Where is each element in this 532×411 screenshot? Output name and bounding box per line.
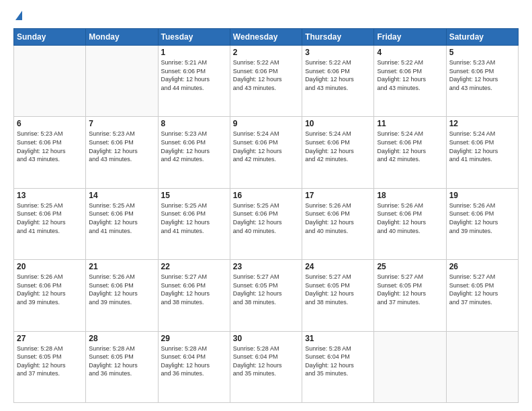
calendar-cell: 18Sunrise: 5:26 AM Sunset: 6:06 PM Dayli… [374,188,446,259]
day-number: 22 [161,262,227,271]
calendar-cell: 16Sunrise: 5:25 AM Sunset: 6:06 PM Dayli… [230,188,302,259]
calendar-cell: 24Sunrise: 5:27 AM Sunset: 6:05 PM Dayli… [302,260,374,331]
day-detail: Sunrise: 5:24 AM Sunset: 6:06 PM Dayligh… [233,130,299,163]
calendar-cell: 28Sunrise: 5:28 AM Sunset: 6:05 PM Dayli… [86,331,158,402]
calendar-cell: 20Sunrise: 5:26 AM Sunset: 6:06 PM Dayli… [14,260,86,331]
day-detail: Sunrise: 5:28 AM Sunset: 6:04 PM Dayligh… [305,345,371,378]
calendar-week-row: 13Sunrise: 5:25 AM Sunset: 6:06 PM Dayli… [14,188,519,259]
day-number: 4 [377,48,443,57]
day-number: 15 [161,191,227,200]
calendar-cell: 13Sunrise: 5:25 AM Sunset: 6:06 PM Dayli… [14,188,86,259]
day-detail: Sunrise: 5:27 AM Sunset: 6:05 PM Dayligh… [449,273,515,306]
calendar-cell: 12Sunrise: 5:24 AM Sunset: 6:06 PM Dayli… [446,117,518,188]
calendar-cell: 9Sunrise: 5:24 AM Sunset: 6:06 PM Daylig… [230,117,302,188]
day-number: 27 [17,334,83,343]
calendar-cell: 25Sunrise: 5:27 AM Sunset: 6:05 PM Dayli… [374,260,446,331]
day-number: 12 [449,119,515,128]
day-number: 9 [233,119,299,128]
day-detail: Sunrise: 5:27 AM Sunset: 6:05 PM Dayligh… [233,273,299,306]
calendar-cell [86,46,158,117]
day-detail: Sunrise: 5:28 AM Sunset: 6:05 PM Dayligh… [89,345,154,378]
day-number: 28 [89,334,154,343]
calendar-cell: 10Sunrise: 5:24 AM Sunset: 6:06 PM Dayli… [302,117,374,188]
day-number: 18 [377,191,443,200]
day-number: 10 [305,119,371,128]
day-number: 2 [233,48,299,57]
day-detail: Sunrise: 5:27 AM Sunset: 6:06 PM Dayligh… [161,273,227,306]
day-detail: Sunrise: 5:26 AM Sunset: 6:06 PM Dayligh… [305,201,371,235]
day-number: 21 [89,262,154,271]
calendar-header-monday: Monday [86,29,158,46]
day-number: 3 [305,48,371,57]
calendar-cell [14,46,86,117]
day-detail: Sunrise: 5:27 AM Sunset: 6:05 PM Dayligh… [305,273,371,306]
calendar-cell: 23Sunrise: 5:27 AM Sunset: 6:05 PM Dayli… [230,260,302,331]
calendar-cell: 2Sunrise: 5:22 AM Sunset: 6:06 PM Daylig… [230,46,302,117]
calendar-cell: 22Sunrise: 5:27 AM Sunset: 6:06 PM Dayli… [158,260,230,331]
calendar-header-sunday: Sunday [14,29,86,46]
day-detail: Sunrise: 5:25 AM Sunset: 6:06 PM Dayligh… [161,201,227,235]
calendar-cell [374,331,446,402]
calendar-cell: 3Sunrise: 5:22 AM Sunset: 6:06 PM Daylig… [302,46,374,117]
calendar-table: SundayMondayTuesdayWednesdayThursdayFrid… [13,28,519,403]
calendar-cell: 30Sunrise: 5:28 AM Sunset: 6:04 PM Dayli… [230,331,302,402]
day-detail: Sunrise: 5:26 AM Sunset: 6:06 PM Dayligh… [89,273,154,306]
day-detail: Sunrise: 5:22 AM Sunset: 6:06 PM Dayligh… [233,58,299,92]
day-detail: Sunrise: 5:26 AM Sunset: 6:06 PM Dayligh… [17,273,83,306]
calendar-cell: 19Sunrise: 5:26 AM Sunset: 6:06 PM Dayli… [446,188,518,259]
day-number: 14 [89,191,154,200]
day-number: 23 [233,262,299,271]
day-number: 20 [17,262,83,271]
day-number: 5 [449,48,515,57]
day-number: 16 [233,191,299,200]
day-detail: Sunrise: 5:25 AM Sunset: 6:06 PM Dayligh… [233,201,299,235]
calendar-cell: 31Sunrise: 5:28 AM Sunset: 6:04 PM Dayli… [302,331,374,402]
calendar-cell: 17Sunrise: 5:26 AM Sunset: 6:06 PM Dayli… [302,188,374,259]
day-number: 19 [449,191,515,200]
day-detail: Sunrise: 5:24 AM Sunset: 6:06 PM Dayligh… [449,130,515,163]
calendar-cell: 21Sunrise: 5:26 AM Sunset: 6:06 PM Dayli… [86,260,158,331]
calendar-header-row: SundayMondayTuesdayWednesdayThursdayFrid… [14,29,519,46]
calendar-header-saturday: Saturday [446,29,518,46]
calendar-header-tuesday: Tuesday [158,29,230,46]
calendar-header-thursday: Thursday [302,29,374,46]
day-number: 1 [161,48,227,57]
header [13,11,519,21]
day-number: 11 [377,119,443,128]
day-number: 29 [161,334,227,343]
day-detail: Sunrise: 5:26 AM Sunset: 6:06 PM Dayligh… [377,201,443,235]
calendar-cell: 29Sunrise: 5:28 AM Sunset: 6:04 PM Dayli… [158,331,230,402]
calendar-cell: 26Sunrise: 5:27 AM Sunset: 6:05 PM Dayli… [446,260,518,331]
calendar-cell: 7Sunrise: 5:23 AM Sunset: 6:06 PM Daylig… [86,117,158,188]
day-number: 17 [305,191,371,200]
day-number: 30 [233,334,299,343]
calendar-week-row: 27Sunrise: 5:28 AM Sunset: 6:05 PM Dayli… [14,331,519,402]
day-number: 13 [17,191,83,200]
logo [13,11,22,21]
day-detail: Sunrise: 5:25 AM Sunset: 6:06 PM Dayligh… [17,201,83,235]
day-detail: Sunrise: 5:25 AM Sunset: 6:06 PM Dayligh… [89,201,154,235]
day-detail: Sunrise: 5:28 AM Sunset: 6:05 PM Dayligh… [17,345,83,378]
calendar-week-row: 1Sunrise: 5:21 AM Sunset: 6:06 PM Daylig… [14,46,519,117]
day-detail: Sunrise: 5:23 AM Sunset: 6:06 PM Dayligh… [161,130,227,163]
calendar-cell: 27Sunrise: 5:28 AM Sunset: 6:05 PM Dayli… [14,331,86,402]
day-number: 25 [377,262,443,271]
day-detail: Sunrise: 5:27 AM Sunset: 6:05 PM Dayligh… [377,273,443,306]
day-number: 31 [305,334,371,343]
day-number: 26 [449,262,515,271]
day-detail: Sunrise: 5:26 AM Sunset: 6:06 PM Dayligh… [449,201,515,235]
day-detail: Sunrise: 5:23 AM Sunset: 6:06 PM Dayligh… [89,130,154,163]
calendar-week-row: 20Sunrise: 5:26 AM Sunset: 6:06 PM Dayli… [14,260,519,331]
day-detail: Sunrise: 5:23 AM Sunset: 6:06 PM Dayligh… [449,58,515,92]
day-detail: Sunrise: 5:21 AM Sunset: 6:06 PM Dayligh… [161,58,227,92]
calendar-cell: 6Sunrise: 5:23 AM Sunset: 6:06 PM Daylig… [14,117,86,188]
day-detail: Sunrise: 5:22 AM Sunset: 6:06 PM Dayligh… [305,58,371,92]
day-number: 6 [17,119,83,128]
calendar-cell: 15Sunrise: 5:25 AM Sunset: 6:06 PM Dayli… [158,188,230,259]
calendar-cell: 1Sunrise: 5:21 AM Sunset: 6:06 PM Daylig… [158,46,230,117]
day-detail: Sunrise: 5:28 AM Sunset: 6:04 PM Dayligh… [233,345,299,378]
calendar-cell [446,331,518,402]
calendar-cell: 11Sunrise: 5:24 AM Sunset: 6:06 PM Dayli… [374,117,446,188]
calendar-cell: 5Sunrise: 5:23 AM Sunset: 6:06 PM Daylig… [446,46,518,117]
calendar-cell: 8Sunrise: 5:23 AM Sunset: 6:06 PM Daylig… [158,117,230,188]
